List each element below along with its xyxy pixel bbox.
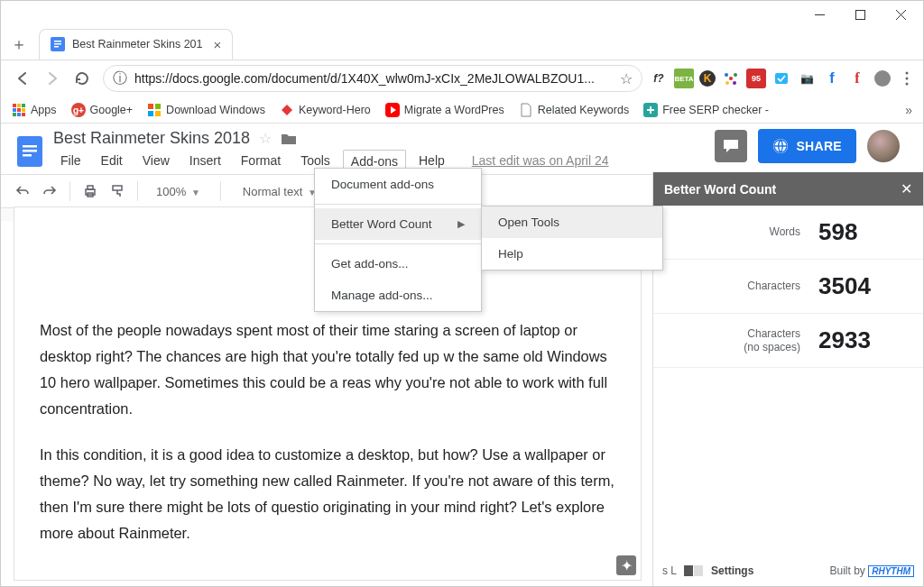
tab-close-button[interactable]: × bbox=[214, 37, 222, 52]
docs-header: Best Rainmeter Skins 2018 ☆ File Edit Vi… bbox=[1, 124, 923, 174]
svg-rect-25 bbox=[22, 113, 25, 116]
apps-icon bbox=[12, 103, 26, 117]
extension-icon[interactable] bbox=[721, 69, 741, 88]
account-avatar[interactable] bbox=[867, 130, 900, 162]
addon-sidebar: Better Word Count ✕ Words 598 Characters… bbox=[652, 172, 923, 586]
explore-button[interactable]: ✦ bbox=[616, 555, 636, 575]
svg-rect-1 bbox=[856, 10, 865, 19]
addons-dropdown: Document add-ons Better Word Count▶ Get … bbox=[314, 168, 482, 312]
sl-indicator: s L bbox=[662, 564, 677, 577]
svg-rect-24 bbox=[17, 113, 21, 116]
extension-icon[interactable]: f? bbox=[649, 69, 669, 88]
bookmarks-bar: Apps g+Google+ Download Windows Keyword-… bbox=[1, 96, 923, 124]
site-info-icon[interactable]: ⓘ bbox=[113, 69, 127, 88]
svg-rect-17 bbox=[13, 104, 16, 107]
rhythm-link[interactable]: RHYTHM bbox=[868, 565, 914, 577]
undo-button[interactable] bbox=[10, 181, 35, 201]
bookmarks-overflow[interactable]: » bbox=[901, 101, 916, 119]
bookmark-item[interactable]: Migrate a WordPres bbox=[382, 101, 508, 119]
menu-divider bbox=[315, 243, 481, 244]
menu-item-get-addons[interactable]: Get add-ons... bbox=[315, 248, 481, 280]
extension-icon[interactable]: 📷 bbox=[797, 69, 817, 88]
address-bar[interactable]: ⓘ https://docs.google.com/document/d/1X4… bbox=[103, 65, 642, 92]
menu-file[interactable]: File bbox=[53, 150, 88, 172]
menu-edit[interactable]: Edit bbox=[94, 150, 130, 172]
bookmark-item[interactable]: Related Keywords bbox=[515, 101, 633, 119]
window-close-button[interactable] bbox=[881, 1, 921, 28]
bookmark-item[interactable]: Free SERP checker - bbox=[640, 101, 772, 119]
svg-rect-37 bbox=[23, 154, 32, 157]
svg-rect-21 bbox=[17, 108, 21, 112]
apps-shortcut[interactable]: Apps bbox=[8, 101, 60, 119]
sidebar-header: Better Word Count ✕ bbox=[653, 172, 923, 206]
print-button[interactable] bbox=[78, 180, 103, 202]
svg-point-15 bbox=[906, 78, 909, 80]
paragraph: In this condition, it is a good idea to … bbox=[40, 442, 615, 546]
stat-value: 2933 bbox=[818, 326, 900, 354]
redo-button[interactable] bbox=[37, 181, 62, 201]
svg-rect-18 bbox=[17, 104, 21, 107]
submenu-arrow-icon: ▶ bbox=[457, 218, 465, 230]
menu-divider bbox=[315, 204, 481, 205]
bookmark-item[interactable]: Keyword-Hero bbox=[276, 101, 374, 119]
menu-view[interactable]: View bbox=[135, 150, 177, 172]
svg-point-16 bbox=[906, 83, 909, 86]
extension-icon[interactable] bbox=[772, 69, 791, 88]
settings-link[interactable]: Settings bbox=[711, 564, 753, 577]
window-maximize-button[interactable] bbox=[840, 1, 881, 28]
browser-tab[interactable]: Best Rainmeter Skins 201 × bbox=[39, 29, 233, 60]
extension-icon[interactable] bbox=[898, 69, 916, 88]
document-title[interactable]: Best Rainmeter Skins 2018 bbox=[53, 129, 250, 148]
share-label: SHARE bbox=[796, 139, 842, 153]
svg-text:g+: g+ bbox=[73, 105, 84, 115]
stat-label: Words bbox=[770, 225, 800, 238]
svg-rect-5 bbox=[54, 41, 61, 42]
better-word-count-submenu: Open Tools Help bbox=[481, 206, 663, 271]
paint-format-button[interactable] bbox=[105, 180, 130, 202]
serp-icon bbox=[643, 103, 658, 117]
back-button[interactable] bbox=[8, 64, 37, 93]
stat-value: 598 bbox=[818, 218, 900, 246]
extension-icon[interactable]: BETA bbox=[674, 69, 694, 88]
svg-rect-23 bbox=[13, 113, 16, 116]
comments-button[interactable] bbox=[715, 130, 747, 162]
menu-format[interactable]: Format bbox=[234, 150, 288, 172]
extension-icon[interactable]: K bbox=[699, 70, 716, 87]
toggle-icon[interactable] bbox=[684, 565, 704, 576]
svg-rect-36 bbox=[23, 150, 37, 152]
menu-item-document-addons[interactable]: Document add-ons bbox=[315, 169, 481, 200]
bookmark-label: Free SERP checker - bbox=[662, 104, 769, 116]
zoom-select[interactable]: 100% ▼ bbox=[145, 181, 213, 202]
page-icon bbox=[519, 103, 533, 117]
extension-icon[interactable]: f bbox=[822, 69, 842, 88]
menu-item-open-tools[interactable]: Open Tools bbox=[482, 206, 662, 238]
stat-characters: Characters 3504 bbox=[653, 260, 923, 314]
svg-point-8 bbox=[729, 77, 733, 80]
menu-item-manage-addons[interactable]: Manage add-ons... bbox=[315, 280, 481, 311]
extension-icon[interactable]: f bbox=[847, 69, 867, 88]
bookmark-label: Google+ bbox=[90, 104, 134, 116]
move-folder-icon[interactable] bbox=[281, 132, 297, 146]
sidebar-close-button[interactable]: ✕ bbox=[901, 180, 912, 197]
docs-logo[interactable] bbox=[14, 134, 48, 169]
new-tab-button[interactable]: ＋ bbox=[6, 32, 32, 57]
star-document-icon[interactable]: ☆ bbox=[259, 130, 272, 147]
menu-insert[interactable]: Insert bbox=[182, 150, 228, 172]
extension-icon[interactable] bbox=[873, 69, 892, 88]
extension-icon[interactable]: 95 bbox=[746, 69, 766, 88]
reload-button[interactable] bbox=[68, 64, 97, 93]
bookmark-item[interactable]: g+Google+ bbox=[68, 101, 137, 119]
docs-favicon bbox=[51, 37, 65, 51]
bookmark-item[interactable]: Download Windows bbox=[143, 101, 269, 119]
svg-point-9 bbox=[725, 73, 728, 77]
menu-item-better-word-count[interactable]: Better Word Count▶ bbox=[315, 208, 481, 240]
share-button[interactable]: SHARE bbox=[758, 129, 856, 163]
last-edit-link[interactable]: Last edit was on April 24 bbox=[465, 150, 616, 172]
bookmark-star-icon[interactable]: ☆ bbox=[620, 70, 633, 87]
menu-item-help[interactable]: Help bbox=[482, 238, 662, 270]
svg-rect-55 bbox=[684, 565, 693, 576]
stat-characters-no-spaces: Characters (no spaces) 2933 bbox=[653, 314, 923, 368]
sidebar-footer: s L Settings Built by RHYTHM bbox=[653, 559, 923, 582]
window-minimize-button[interactable] bbox=[799, 1, 840, 28]
forward-button[interactable] bbox=[38, 64, 67, 93]
